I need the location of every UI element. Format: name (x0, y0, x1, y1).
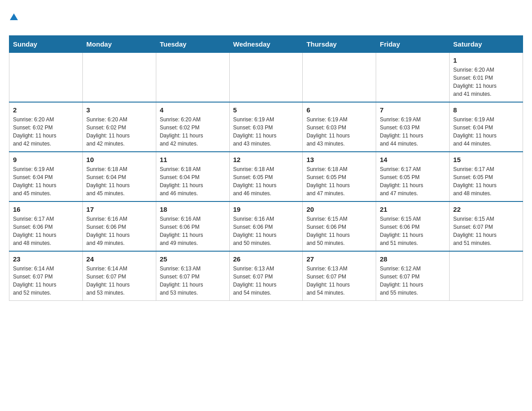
calendar-cell: 12Sunrise: 6:18 AMSunset: 6:05 PMDayligh… (229, 152, 303, 201)
day-number: 20 (306, 206, 372, 213)
calendar-cell: 16Sunrise: 6:17 AMSunset: 6:06 PMDayligh… (9, 201, 83, 251)
column-header-thursday: Thursday (303, 36, 376, 53)
calendar-cell: 20Sunrise: 6:15 AMSunset: 6:06 PMDayligh… (303, 201, 376, 251)
column-header-wednesday: Wednesday (229, 36, 303, 53)
calendar-cell: 9Sunrise: 6:19 AMSunset: 6:04 PMDaylight… (9, 152, 83, 201)
day-info: Sunrise: 6:19 AMSunset: 6:04 PMDaylight:… (453, 116, 519, 148)
day-number: 27 (306, 255, 372, 263)
day-number: 23 (13, 255, 79, 263)
day-number: 14 (380, 156, 446, 163)
calendar-cell: 7Sunrise: 6:19 AMSunset: 6:03 PMDaylight… (376, 102, 450, 152)
day-number: 18 (160, 206, 226, 213)
day-number: 17 (86, 206, 152, 213)
day-info: Sunrise: 6:20 AMSunset: 6:02 PMDaylight:… (13, 116, 79, 148)
calendar-cell (156, 53, 229, 103)
calendar-cell: 8Sunrise: 6:19 AMSunset: 6:04 PMDaylight… (450, 102, 523, 152)
day-number: 25 (160, 255, 226, 263)
day-info: Sunrise: 6:19 AMSunset: 6:04 PMDaylight:… (13, 165, 79, 197)
calendar-cell: 1Sunrise: 6:20 AMSunset: 6:01 PMDaylight… (450, 53, 523, 103)
calendar-cell: 18Sunrise: 6:16 AMSunset: 6:06 PMDayligh… (156, 201, 229, 251)
day-info: Sunrise: 6:20 AMSunset: 6:02 PMDaylight:… (86, 116, 152, 148)
calendar-cell: 15Sunrise: 6:17 AMSunset: 6:05 PMDayligh… (450, 152, 523, 201)
calendar-cell: 6Sunrise: 6:19 AMSunset: 6:03 PMDaylight… (303, 102, 376, 152)
day-info: Sunrise: 6:20 AMSunset: 6:01 PMDaylight:… (453, 66, 519, 98)
calendar-cell: 11Sunrise: 6:18 AMSunset: 6:04 PMDayligh… (156, 152, 229, 201)
calendar-cell: 17Sunrise: 6:16 AMSunset: 6:06 PMDayligh… (82, 201, 156, 251)
calendar-week-row: 16Sunrise: 6:17 AMSunset: 6:06 PMDayligh… (9, 201, 523, 251)
day-number: 21 (380, 206, 446, 213)
svg-marker-0 (10, 13, 18, 20)
day-info: Sunrise: 6:19 AMSunset: 6:03 PMDaylight:… (380, 116, 446, 148)
day-number: 16 (13, 206, 79, 213)
day-info: Sunrise: 6:16 AMSunset: 6:06 PMDaylight:… (233, 215, 299, 247)
day-info: Sunrise: 6:15 AMSunset: 6:06 PMDaylight:… (306, 215, 372, 247)
calendar-cell: 22Sunrise: 6:15 AMSunset: 6:07 PMDayligh… (450, 201, 523, 251)
day-info: Sunrise: 6:19 AMSunset: 6:03 PMDaylight:… (306, 116, 372, 148)
calendar-cell: 28Sunrise: 6:12 AMSunset: 6:07 PMDayligh… (376, 251, 450, 301)
calendar-cell (9, 53, 83, 103)
page-header (9, 9, 523, 31)
day-number: 1 (453, 56, 519, 64)
day-number: 24 (86, 255, 152, 263)
calendar-cell: 27Sunrise: 6:13 AMSunset: 6:07 PMDayligh… (303, 251, 376, 301)
day-number: 7 (380, 106, 446, 114)
calendar-cell (229, 53, 303, 103)
day-number: 9 (13, 156, 79, 163)
column-header-sunday: Sunday (9, 36, 83, 53)
calendar-week-row: 1Sunrise: 6:20 AMSunset: 6:01 PMDaylight… (9, 53, 523, 103)
logo-general-text (9, 9, 18, 23)
day-info: Sunrise: 6:17 AMSunset: 6:05 PMDaylight:… (453, 165, 519, 197)
day-info: Sunrise: 6:19 AMSunset: 6:03 PMDaylight:… (233, 116, 299, 148)
calendar-cell: 23Sunrise: 6:14 AMSunset: 6:07 PMDayligh… (9, 251, 83, 301)
day-info: Sunrise: 6:13 AMSunset: 6:07 PMDaylight:… (160, 265, 226, 297)
day-number: 4 (160, 106, 226, 114)
calendar-cell: 19Sunrise: 6:16 AMSunset: 6:06 PMDayligh… (229, 201, 303, 251)
calendar-cell: 13Sunrise: 6:18 AMSunset: 6:05 PMDayligh… (303, 152, 376, 201)
day-number: 3 (86, 106, 152, 114)
day-info: Sunrise: 6:17 AMSunset: 6:05 PMDaylight:… (380, 165, 446, 197)
logo (9, 9, 18, 31)
day-info: Sunrise: 6:18 AMSunset: 6:04 PMDaylight:… (160, 165, 226, 197)
day-info: Sunrise: 6:17 AMSunset: 6:06 PMDaylight:… (13, 215, 79, 247)
day-info: Sunrise: 6:13 AMSunset: 6:07 PMDaylight:… (306, 265, 372, 297)
day-number: 2 (13, 106, 79, 114)
day-info: Sunrise: 6:18 AMSunset: 6:05 PMDaylight:… (233, 165, 299, 197)
day-number: 19 (233, 206, 299, 213)
day-number: 15 (453, 156, 519, 163)
day-info: Sunrise: 6:14 AMSunset: 6:07 PMDaylight:… (86, 265, 152, 297)
calendar-cell: 24Sunrise: 6:14 AMSunset: 6:07 PMDayligh… (82, 251, 156, 301)
day-info: Sunrise: 6:18 AMSunset: 6:05 PMDaylight:… (306, 165, 372, 197)
day-info: Sunrise: 6:15 AMSunset: 6:06 PMDaylight:… (380, 215, 446, 247)
calendar-cell (450, 251, 523, 301)
calendar-cell (303, 53, 376, 103)
logo-triangle-icon (10, 13, 18, 20)
calendar-cell: 14Sunrise: 6:17 AMSunset: 6:05 PMDayligh… (376, 152, 450, 201)
day-number: 10 (86, 156, 152, 163)
calendar-cell: 10Sunrise: 6:18 AMSunset: 6:04 PMDayligh… (82, 152, 156, 201)
day-info: Sunrise: 6:16 AMSunset: 6:06 PMDaylight:… (86, 215, 152, 247)
day-number: 11 (160, 156, 226, 163)
day-info: Sunrise: 6:13 AMSunset: 6:07 PMDaylight:… (233, 265, 299, 297)
day-info: Sunrise: 6:18 AMSunset: 6:04 PMDaylight:… (86, 165, 152, 197)
calendar-cell: 26Sunrise: 6:13 AMSunset: 6:07 PMDayligh… (229, 251, 303, 301)
day-info: Sunrise: 6:15 AMSunset: 6:07 PMDaylight:… (453, 215, 519, 247)
calendar-header-row: SundayMondayTuesdayWednesdayThursdayFrid… (9, 36, 523, 53)
day-number: 22 (453, 206, 519, 213)
calendar-cell: 21Sunrise: 6:15 AMSunset: 6:06 PMDayligh… (376, 201, 450, 251)
calendar-cell: 4Sunrise: 6:20 AMSunset: 6:02 PMDaylight… (156, 102, 229, 152)
day-number: 12 (233, 156, 299, 163)
day-number: 8 (453, 106, 519, 114)
calendar-cell: 25Sunrise: 6:13 AMSunset: 6:07 PMDayligh… (156, 251, 229, 301)
day-number: 26 (233, 255, 299, 263)
day-info: Sunrise: 6:20 AMSunset: 6:02 PMDaylight:… (160, 116, 226, 148)
calendar-week-row: 2Sunrise: 6:20 AMSunset: 6:02 PMDaylight… (9, 102, 523, 152)
day-info: Sunrise: 6:12 AMSunset: 6:07 PMDaylight:… (380, 265, 446, 297)
calendar-cell: 3Sunrise: 6:20 AMSunset: 6:02 PMDaylight… (82, 102, 156, 152)
column-header-friday: Friday (376, 36, 450, 53)
calendar-cell: 2Sunrise: 6:20 AMSunset: 6:02 PMDaylight… (9, 102, 83, 152)
day-number: 6 (306, 106, 372, 114)
calendar-cell: 5Sunrise: 6:19 AMSunset: 6:03 PMDaylight… (229, 102, 303, 152)
calendar-week-row: 23Sunrise: 6:14 AMSunset: 6:07 PMDayligh… (9, 251, 523, 301)
day-number: 13 (306, 156, 372, 163)
calendar-week-row: 9Sunrise: 6:19 AMSunset: 6:04 PMDaylight… (9, 152, 523, 201)
